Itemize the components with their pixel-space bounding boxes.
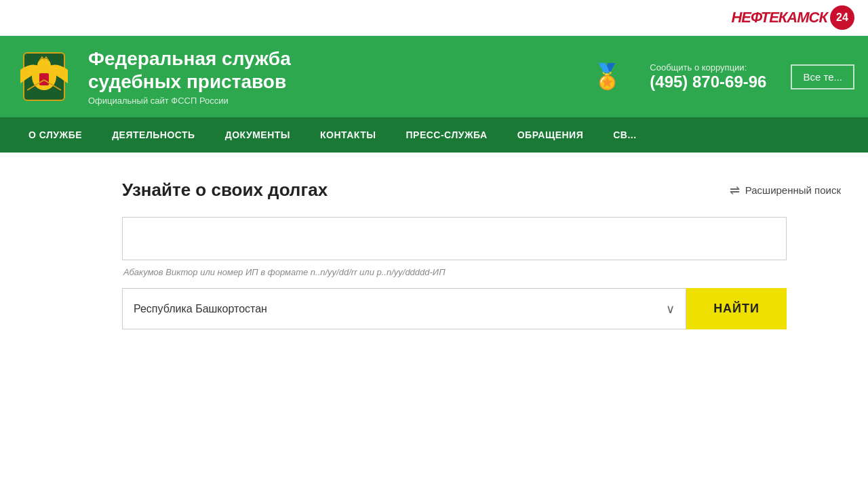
region-select[interactable]: Республика Башкортостан — [134, 303, 660, 314]
chevron-down-icon: ∨ — [666, 302, 675, 317]
header-title: Федеральная служба судебных приставов — [88, 47, 565, 93]
region-select-wrapper[interactable]: Республика Башкортостан ∨ — [122, 288, 686, 329]
site-header: Федеральная служба судебных приставов Оф… — [0, 36, 868, 117]
search-button[interactable]: НАЙТИ — [686, 288, 787, 329]
advanced-search-label: Расширенный поиск — [745, 184, 841, 196]
header-contact: Сообщить о коррупции: (495) 870-69-96 — [650, 62, 766, 92]
search-hint: Абакумов Виктор или номер ИП в формате n… — [122, 267, 787, 277]
all-phones-button[interactable]: Все те... — [791, 64, 854, 89]
top-bar: НЕФТЕКАМСК 24 — [0, 0, 868, 36]
news-logo-text: НЕФТЕКАМСК — [731, 9, 827, 26]
medal-icon: 🏅 — [592, 62, 623, 91]
search-container: Абакумов Виктор или номер ИП в формате n… — [122, 217, 787, 329]
main-content: Узнайте о своих долгах ⇌ Расширенный пои… — [0, 152, 868, 357]
main-nav: О СЛУЖБЕ ДЕЯТЕЛЬНОСТЬ ДОКУМЕНТЫ КОНТАКТЫ… — [0, 117, 868, 152]
nav-item-kontakty[interactable]: КОНТАКТЫ — [305, 117, 391, 152]
header-title-block: Федеральная служба судебных приставов Оф… — [88, 47, 565, 106]
advanced-search-link[interactable]: ⇌ Расширенный поиск — [730, 183, 841, 198]
nav-item-obrascheniya[interactable]: ОБРАЩЕНИЯ — [502, 117, 599, 152]
news-logo[interactable]: НЕФТЕКАМСК 24 — [731, 5, 854, 30]
search-row: Республика Башкортостан ∨ НАЙТИ — [122, 288, 787, 329]
nav-item-dokumenty[interactable]: ДОКУМЕНТЫ — [210, 117, 305, 152]
svg-rect-3 — [39, 73, 49, 85]
news-badge: 24 — [830, 5, 854, 30]
section-header: Узнайте о своих долгах ⇌ Расширенный пои… — [122, 180, 841, 201]
filter-icon: ⇌ — [730, 183, 740, 198]
section-title: Узнайте о своих долгах — [122, 180, 328, 201]
search-input-wrapper — [122, 217, 787, 260]
nav-item-press-sluzhba[interactable]: ПРЕСС-СЛУЖБА — [391, 117, 502, 152]
logo — [14, 46, 75, 107]
nav-item-o-sluzhbe[interactable]: О СЛУЖБЕ — [14, 117, 97, 152]
contact-label: Сообщить о коррупции: — [650, 62, 766, 73]
nav-item-deyatelnost[interactable]: ДЕЯТЕЛЬНОСТЬ — [97, 117, 210, 152]
search-input[interactable] — [123, 218, 786, 260]
contact-phone: (495) 870-69-96 — [650, 73, 766, 92]
header-subtitle: Официальный сайт ФССП России — [88, 96, 565, 106]
nav-item-sv[interactable]: СВ... — [598, 117, 651, 152]
